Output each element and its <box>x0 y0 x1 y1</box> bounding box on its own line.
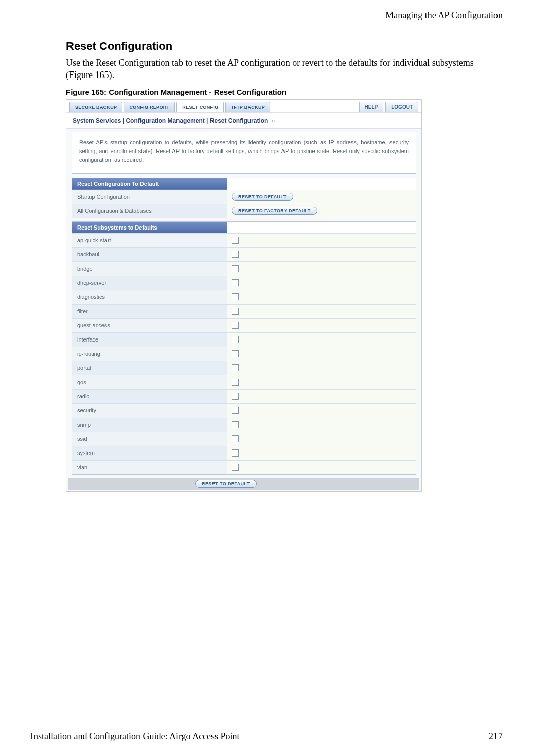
subsystem-checkbox-backhaul[interactable] <box>232 251 239 258</box>
figure-caption: Figure 165: Configuration Management - R… <box>66 88 503 96</box>
subsystem-checkbox-security[interactable] <box>232 407 239 414</box>
breadcrumb-text: System Services | Configuration Manageme… <box>73 117 268 124</box>
screenshot-topbar: SECURE BACKUP CONFIG REPORT RESET CONFIG… <box>66 100 421 112</box>
section-heading: Reset Configuration <box>66 40 503 53</box>
reset-to-default-button[interactable]: RESET TO DEFAULT <box>232 193 293 201</box>
subsystem-checkbox-ssid[interactable] <box>232 435 239 442</box>
subsystem-checkbox-qos[interactable] <box>232 379 239 386</box>
subsystem-label: guest-access <box>72 318 227 332</box>
subsystem-label: radio <box>72 389 227 403</box>
subsystem-checkbox-radio[interactable] <box>232 393 239 400</box>
reset-subsystems-button[interactable]: RESET TO DEFAULT <box>195 480 257 488</box>
subsystem-label: ap-quick-start <box>72 233 227 247</box>
subsystem-checkbox-dhcp-server[interactable] <box>232 279 239 286</box>
page-header: Managing the AP Configuration <box>30 10 503 24</box>
subsystem-checkbox-portal[interactable] <box>232 364 239 371</box>
subsystem-checkbox-vlan[interactable] <box>232 464 239 471</box>
help-button[interactable]: HELP <box>359 102 384 112</box>
section-header-reset-default: Reset Configuration To Default <box>72 178 227 190</box>
subsystem-label: snmp <box>72 418 227 432</box>
section-header-spacer <box>227 178 416 190</box>
description-box: Reset AP's startup configuration to defa… <box>72 132 416 174</box>
top-actions: HELP LOGOUT <box>359 102 418 112</box>
tab-strip: SECURE BACKUP CONFIG REPORT RESET CONFIG… <box>69 102 270 112</box>
tab-reset-config[interactable]: RESET CONFIG <box>176 102 224 112</box>
subsystem-label: dhcp-server <box>72 276 227 290</box>
row-all-config-label: All Configuration & Databases <box>72 204 227 218</box>
subsystem-label: backhaul <box>72 247 227 261</box>
subsystem-checkbox-bridge[interactable] <box>232 265 239 272</box>
subsystem-checkbox-snmp[interactable] <box>232 421 239 428</box>
subsystem-checkbox-filter[interactable] <box>232 308 239 315</box>
subsystem-checkbox-interface[interactable] <box>232 336 239 343</box>
subsystem-checkbox-ap-quick-start[interactable] <box>232 237 239 244</box>
subsystem-label: interface <box>72 332 227 347</box>
tab-secure-backup[interactable]: SECURE BACKUP <box>69 102 122 112</box>
breadcrumb-arrows-icon: » <box>270 117 275 124</box>
section-header-spacer-2 <box>227 221 416 233</box>
row-startup-config-label: Startup Configuration <box>72 190 227 204</box>
logout-button[interactable]: LOGOUT <box>385 102 418 112</box>
subsystem-label: qos <box>72 375 227 389</box>
breadcrumb: System Services | Configuration Manageme… <box>66 112 421 129</box>
subsystem-checkbox-system[interactable] <box>232 449 239 457</box>
subsystem-label: security <box>72 403 227 418</box>
subsystem-checkbox-guest-access[interactable] <box>232 322 239 329</box>
subsystem-label: diagnostics <box>72 290 227 304</box>
subsystem-checkbox-ip-routing[interactable] <box>232 350 239 357</box>
subsystem-label: vlan <box>72 460 227 474</box>
section-header-reset-subsystems: Reset Subsystems to Defaults <box>72 221 227 233</box>
subsystem-checkbox-diagnostics[interactable] <box>232 293 239 300</box>
reset-default-table: Reset Configuration To Default Startup C… <box>72 178 416 218</box>
section-body: Use the Reset Configuration tab to reset… <box>66 57 503 82</box>
tab-config-report[interactable]: CONFIG REPORT <box>124 102 175 112</box>
footer-left: Installation and Configuration Guide: Ai… <box>30 731 240 742</box>
subsystem-label: bridge <box>72 261 227 276</box>
screenshot-figure: SECURE BACKUP CONFIG REPORT RESET CONFIG… <box>66 99 422 492</box>
footer-page-number: 217 <box>489 731 503 742</box>
reset-subsystems-table: Reset Subsystems to Defaults ap-quick-st… <box>72 221 416 475</box>
table-footer: RESET TO DEFAULT <box>68 478 419 490</box>
subsystem-label: filter <box>72 304 227 318</box>
subsystem-label: portal <box>72 361 227 375</box>
subsystem-label: ssid <box>72 432 227 446</box>
reset-to-factory-default-button[interactable]: RESET TO FACTORY DEFAULT <box>232 207 317 215</box>
subsystem-label: ip-routing <box>72 347 227 361</box>
page-footer: Installation and Configuration Guide: Ai… <box>30 728 503 742</box>
tab-tftp-backup[interactable]: TFTP BACKUP <box>225 102 270 112</box>
subsystem-label: system <box>72 446 227 460</box>
